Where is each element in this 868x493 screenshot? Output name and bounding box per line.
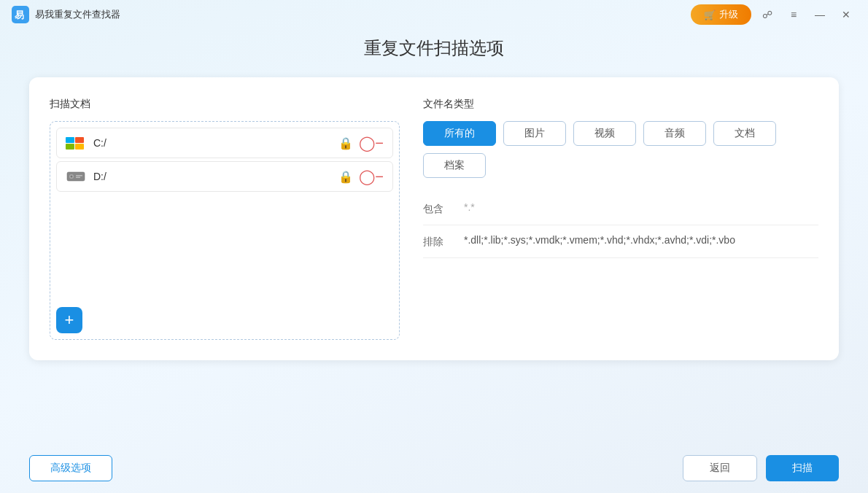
drive-d-label: D:/	[93, 171, 338, 182]
type-doc-button[interactable]: 文档	[713, 121, 776, 146]
app-title: 易我重复文件查找器	[35, 8, 120, 21]
right-panel: 文件名类型 所有的 图片 视频 音频 文档 档案	[423, 98, 818, 340]
menu-icon: ≡	[791, 9, 797, 20]
svg-rect-10	[76, 177, 80, 179]
windows-drive-icon	[66, 136, 86, 150]
file-type-grid: 所有的 图片 视频 音频 文档 档案	[423, 121, 818, 178]
scan-button[interactable]: 扫描	[766, 455, 839, 481]
return-button[interactable]: 返回	[683, 455, 757, 481]
svg-point-8	[71, 176, 73, 178]
drive-list: C:/ 🔒 ◯− D:/	[50, 121, 400, 340]
bottom-right-actions: 返回 扫描	[683, 455, 839, 481]
type-video-button[interactable]: 视频	[573, 121, 636, 146]
hdd-drive-icon	[66, 169, 86, 184]
exclude-filter-row: 排除 *.dll;*.lib;*.sys;*.vmdk;*.vmem;*.vhd…	[423, 225, 818, 258]
type-archive-button[interactable]: 档案	[423, 153, 486, 178]
minimize-button[interactable]: —	[810, 4, 830, 25]
app-logo-icon: 易	[12, 6, 29, 23]
drive-d-actions: 🔒 ◯−	[338, 169, 384, 184]
drive-c-remove-icon[interactable]: ◯−	[359, 136, 384, 150]
main-content: 重复文件扫描选项 扫描文档 C:/ 🔒 ◯−	[0, 36, 868, 360]
include-label: 包含	[423, 201, 452, 216]
svg-rect-4	[66, 144, 74, 150]
file-type-section-title: 文件名类型	[423, 98, 818, 111]
main-card: 扫描文档 C:/ 🔒 ◯−	[29, 77, 839, 360]
advanced-options-button[interactable]: 高级选项	[29, 455, 112, 481]
drive-d-remove-icon[interactable]: ◯−	[359, 169, 384, 184]
cart-icon: 🛒	[704, 9, 716, 20]
left-panel: 扫描文档 C:/ 🔒 ◯−	[50, 98, 400, 340]
exclude-label: 排除	[423, 234, 452, 249]
drive-item-d: D:/ 🔒 ◯−	[56, 161, 393, 192]
svg-rect-5	[75, 144, 84, 150]
feedback-button[interactable]: ☍	[757, 4, 778, 25]
minimize-icon: —	[815, 9, 825, 20]
titlebar: 易 易我重复文件查找器 🛒 升级 ☍ ≡ — ✕	[0, 0, 868, 29]
menu-button[interactable]: ≡	[783, 4, 804, 25]
svg-text:易: 易	[15, 9, 24, 20]
type-all-button[interactable]: 所有的	[423, 121, 496, 146]
drive-c-lock-icon[interactable]: 🔒	[338, 136, 353, 150]
upgrade-button[interactable]: 🛒 升级	[691, 4, 751, 25]
drive-c-label: C:/	[93, 137, 338, 149]
page-title: 重复文件扫描选项	[29, 36, 839, 60]
svg-rect-9	[76, 175, 82, 176]
close-icon: ✕	[842, 9, 850, 20]
close-button[interactable]: ✕	[836, 4, 856, 25]
titlebar-left: 易 易我重复文件查找器	[12, 6, 120, 23]
feedback-icon: ☍	[762, 9, 772, 20]
include-value: *.*	[464, 201, 475, 213]
bottom-bar: 高级选项 返回 扫描	[0, 443, 868, 493]
drive-d-lock-icon[interactable]: 🔒	[338, 170, 353, 184]
titlebar-right: 🛒 升级 ☍ ≡ — ✕	[691, 4, 856, 25]
scan-section-title: 扫描文档	[50, 98, 400, 111]
svg-rect-2	[66, 137, 74, 143]
drive-item-c: C:/ 🔒 ◯−	[56, 128, 393, 158]
include-filter-row: 包含 *.*	[423, 193, 818, 225]
drive-c-actions: 🔒 ◯−	[338, 136, 384, 150]
svg-rect-3	[75, 137, 84, 143]
exclude-value: *.dll;*.lib;*.sys;*.vmdk;*.vmem;*.vhd;*.…	[464, 234, 735, 246]
add-drive-button[interactable]: +	[56, 307, 82, 333]
type-audio-button[interactable]: 音频	[643, 121, 706, 146]
type-image-button[interactable]: 图片	[503, 121, 566, 146]
